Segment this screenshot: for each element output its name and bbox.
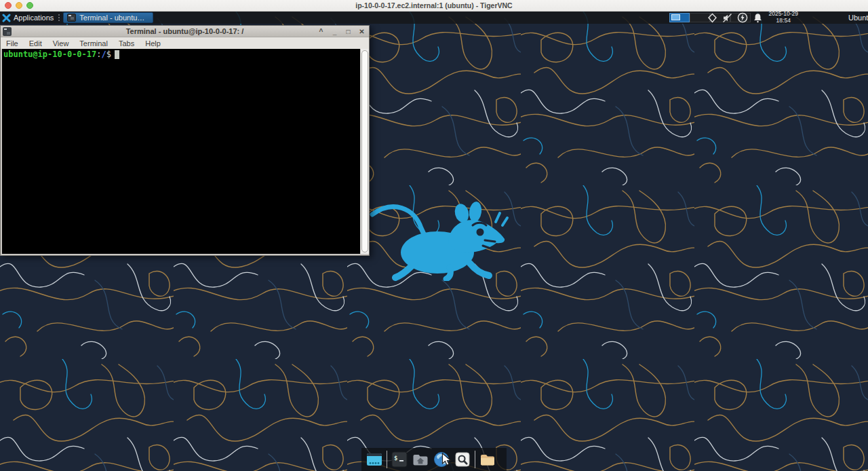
system-tray	[707, 12, 763, 24]
terminal-screen[interactable]: ubuntu@ip-10-0-0-17:/$	[2, 49, 360, 254]
menu-help[interactable]: Help	[140, 39, 166, 48]
prompt-user-host: ubuntu@ip-10-0-0-17	[3, 50, 96, 59]
notification-bell-icon[interactable]	[753, 13, 763, 23]
dock-separator	[475, 451, 475, 468]
pointer-cursor	[441, 453, 452, 466]
menu-edit[interactable]: Edit	[24, 39, 47, 48]
applications-menu-button[interactable]: Applications	[0, 12, 58, 24]
applications-label: Applications	[14, 14, 54, 22]
prompt-separator: :	[96, 50, 101, 59]
power-manager-icon[interactable]	[737, 12, 748, 23]
workspace-1[interactable]	[669, 13, 690, 22]
clipman-icon[interactable]	[707, 13, 717, 23]
file-manager-icon[interactable]	[412, 451, 429, 468]
xfce-mouse-logo	[370, 198, 512, 281]
window-minimize-button[interactable]: _	[331, 26, 338, 37]
audio-muted-icon[interactable]	[722, 13, 732, 23]
window-maximize-button[interactable]: □	[344, 26, 352, 37]
terminal-titlebar[interactable]: Terminal - ubuntu@ip-10-0-0-17: / ^ _ □ …	[1, 26, 369, 37]
terminal-scrollbar[interactable]	[360, 49, 369, 254]
menu-view[interactable]: View	[47, 39, 75, 48]
macos-window-title: ip-10-0-0-17.ec2.internal:1 (ubuntu) - T…	[0, 1, 868, 10]
taskbar-item-label: Terminal - ubuntu@ip-1...	[79, 14, 149, 22]
session-user-label: Ubuntu	[848, 12, 868, 24]
svg-text:$: $	[394, 455, 397, 461]
prompt-symbol: $	[106, 50, 111, 59]
application-finder-icon[interactable]	[454, 451, 471, 468]
terminal-icon	[67, 14, 76, 22]
panel-clock[interactable]: 2025-10-29 18:54	[769, 12, 798, 24]
terminal-cursor	[115, 50, 119, 59]
terminal-window-title: Terminal - ubuntu@ip-10-0-0-17: /	[1, 27, 369, 35]
dock-separator	[387, 451, 387, 468]
taskbar-item-terminal[interactable]: Terminal - ubuntu@ip-1...	[63, 12, 153, 23]
menu-terminal[interactable]: Terminal	[74, 39, 113, 48]
file-folder-icon[interactable]	[479, 451, 496, 468]
dock: $	[361, 448, 507, 471]
menu-tabs[interactable]: Tabs	[113, 39, 140, 48]
macos-titlebar: ip-10-0-0-17.ec2.internal:1 (ubuntu) - T…	[0, 0, 868, 12]
panel-handle[interactable]	[58, 14, 61, 22]
clock-time: 18:54	[769, 18, 798, 24]
workspace-window-preview	[671, 14, 680, 20]
terminal-emulator-icon[interactable]: $	[391, 451, 408, 468]
xubuntu-logo-icon	[2, 14, 11, 22]
menu-file[interactable]: File	[1, 39, 24, 48]
terminal-window: Terminal - ubuntu@ip-10-0-0-17: / ^ _ □ …	[0, 25, 370, 256]
terminal-menubar: File Edit View Terminal Tabs Help	[1, 37, 369, 49]
window-shade-button[interactable]: ^	[317, 26, 325, 37]
scrollbar-thumb[interactable]	[361, 50, 368, 252]
prompt-path: /	[102, 50, 106, 59]
show-desktop-icon[interactable]	[366, 451, 383, 468]
window-close-button[interactable]: ✕	[358, 26, 366, 37]
vnc-screen: ip-10-0-0-17.ec2.internal:1 (ubuntu) - T…	[0, 0, 868, 471]
xfce-panel: Applications Terminal - ubuntu@ip-1...	[0, 12, 868, 24]
